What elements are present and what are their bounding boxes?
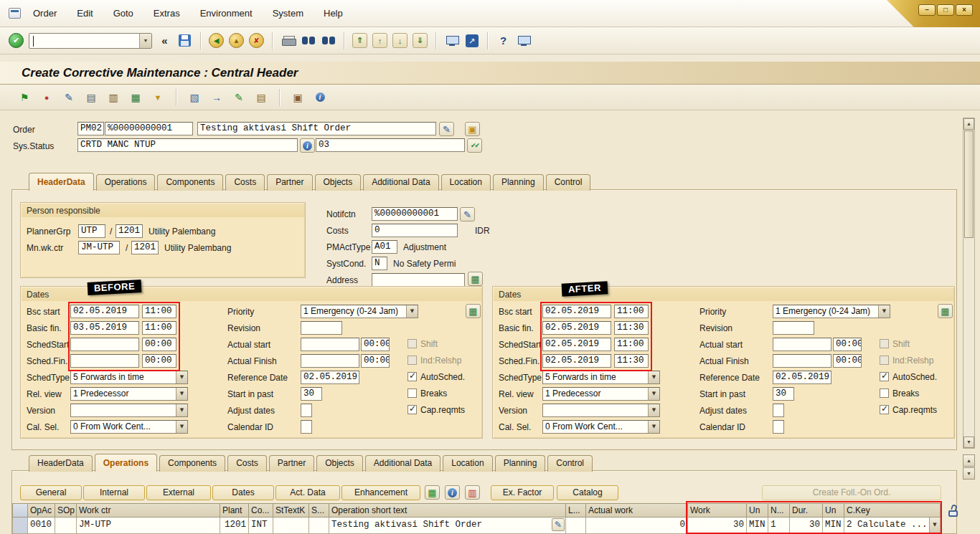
tab-partner[interactable]: Partner bbox=[269, 455, 314, 472]
first-page-icon[interactable]: ⇑ bbox=[352, 33, 367, 48]
col-co[interactable]: Co... bbox=[249, 503, 273, 518]
sys-status-field[interactable]: CRTD MANC NTUP bbox=[77, 138, 298, 152]
revision-field[interactable] bbox=[773, 321, 814, 335]
previous-page-icon[interactable]: ↑ bbox=[372, 33, 387, 48]
object-list-icon[interactable]: ▣ bbox=[465, 122, 480, 136]
notifctn-field[interactable]: %00000000001 bbox=[372, 207, 458, 221]
operation-info-icon[interactable]: i bbox=[445, 485, 460, 500]
address-field[interactable] bbox=[372, 273, 465, 287]
col-sttextk[interactable]: StTextK bbox=[273, 503, 309, 518]
tab-components[interactable]: Components bbox=[159, 455, 225, 472]
tab-components[interactable]: Components bbox=[157, 174, 223, 191]
actual-start-date-field[interactable] bbox=[301, 338, 359, 351]
status-info-icon[interactable]: i bbox=[300, 138, 315, 153]
cap-reqmts-checkbox[interactable] bbox=[880, 405, 889, 414]
tab-control[interactable]: Control bbox=[547, 455, 593, 472]
autosched-checkbox[interactable] bbox=[407, 372, 417, 381]
external-button[interactable]: External bbox=[146, 485, 211, 500]
revision-field[interactable] bbox=[301, 321, 342, 335]
priority-combo[interactable]: 1 Emergency (0-24 Jam) bbox=[773, 305, 890, 318]
col-l[interactable]: L... bbox=[566, 503, 586, 518]
tab-objects[interactable]: Objects bbox=[315, 174, 362, 191]
long-text-icon[interactable]: ✎ bbox=[439, 122, 454, 136]
cell-plant[interactable]: 1201 bbox=[220, 518, 249, 534]
actual-start-time-field[interactable]: 00:00 bbox=[361, 338, 390, 351]
col-work[interactable]: Work bbox=[688, 503, 747, 518]
edit-icon[interactable]: ✎ bbox=[62, 90, 76, 105]
act-data-button[interactable]: Act. Data bbox=[275, 485, 340, 500]
command-dropdown-icon[interactable]: ▼ bbox=[139, 34, 151, 48]
col-plant[interactable]: Plant bbox=[220, 503, 249, 518]
wkctr-field[interactable]: JM-UTP bbox=[78, 241, 120, 254]
basic-fin-time-field[interactable]: 11:00 bbox=[142, 321, 176, 335]
ex-factor-button[interactable]: Ex. Factor bbox=[491, 485, 554, 500]
scheduling-log-icon[interactable]: ▦ bbox=[466, 304, 481, 318]
col-actual-work[interactable]: Actual work bbox=[586, 503, 688, 518]
menu-help[interactable]: Help bbox=[324, 8, 343, 19]
start-in-past-field[interactable]: 30 bbox=[301, 387, 322, 401]
col-ckey[interactable]: C.Key bbox=[844, 503, 941, 518]
rel-view-combo[interactable]: 1 Predecessor bbox=[542, 387, 660, 401]
bsc-start-time-field[interactable]: 11:00 bbox=[142, 305, 176, 318]
sched-start-date-field[interactable] bbox=[70, 338, 139, 351]
order-short-text-field[interactable]: Testing aktivasi Shift Order bbox=[197, 122, 436, 135]
window-close-button[interactable]: × bbox=[956, 4, 973, 16]
actual-start-time-field[interactable]: 00:00 bbox=[833, 338, 862, 351]
reference-date-field[interactable]: 02.05.2019 bbox=[301, 371, 359, 384]
help-icon[interactable]: ? bbox=[496, 33, 511, 48]
sched-fin-date-field[interactable]: 02.05.2019 bbox=[542, 354, 611, 368]
choose-detail-icon[interactable]: ▦ bbox=[425, 485, 440, 500]
col-s[interactable]: S... bbox=[309, 503, 329, 518]
reference-date-field[interactable]: 02.05.2019 bbox=[773, 371, 831, 384]
basic-fin-date-field[interactable]: 03.05.2019 bbox=[70, 321, 139, 335]
col-n[interactable]: N... bbox=[768, 503, 790, 518]
breaks-checkbox[interactable] bbox=[880, 388, 889, 398]
sched-type-combo[interactable]: 5 Forwards in time bbox=[70, 371, 188, 384]
exit-icon[interactable]: ▲ bbox=[229, 33, 244, 48]
user-status-field[interactable]: 03 bbox=[316, 138, 465, 152]
cal-sel-combo[interactable]: 0 From Work Cent... bbox=[542, 420, 660, 434]
window-minimize-button[interactable]: – bbox=[918, 4, 936, 16]
basic-fin-date-field[interactable]: 02.05.2019 bbox=[542, 321, 611, 335]
tab-partner[interactable]: Partner bbox=[267, 174, 312, 191]
calendar-id-field[interactable] bbox=[773, 420, 784, 434]
cell-un2[interactable]: MIN bbox=[823, 518, 844, 534]
menu-edit[interactable]: Edit bbox=[77, 8, 93, 19]
tab-objects[interactable]: Objects bbox=[316, 455, 363, 472]
version-combo[interactable] bbox=[70, 404, 188, 417]
bsc-start-time-field[interactable]: 11:00 bbox=[614, 305, 649, 318]
plannergrp-field[interactable]: UTP bbox=[78, 224, 105, 238]
sched-fin-date-field[interactable] bbox=[70, 354, 139, 368]
catalog-button[interactable]: Catalog bbox=[557, 485, 618, 500]
address-detail-icon[interactable]: ▦ bbox=[468, 272, 483, 286]
internal-button[interactable]: Internal bbox=[83, 485, 145, 500]
sched-fin-time-field[interactable]: 00:00 bbox=[142, 354, 176, 368]
order-type-field[interactable]: PM02 bbox=[77, 122, 104, 135]
print-icon[interactable] bbox=[281, 33, 296, 48]
menu-goto[interactable]: Goto bbox=[113, 8, 133, 19]
last-page-icon[interactable]: ⇓ bbox=[413, 33, 428, 48]
create-shortcut-icon[interactable]: ↗ bbox=[464, 33, 479, 48]
cell-l[interactable] bbox=[566, 518, 586, 534]
basic-fin-time-field[interactable]: 11:30 bbox=[614, 321, 649, 335]
tab-planning[interactable]: Planning bbox=[493, 174, 544, 191]
tab-operations[interactable]: Operations bbox=[96, 174, 156, 191]
back-icon[interactable]: ◀ bbox=[209, 33, 224, 48]
cap-reqmts-checkbox[interactable] bbox=[407, 405, 417, 414]
cell-work-ctr[interactable]: JM-UTP bbox=[77, 518, 220, 534]
cell-co[interactable]: INT bbox=[249, 518, 273, 534]
cell-un1[interactable]: MIN bbox=[747, 518, 768, 534]
save-icon[interactable] bbox=[177, 33, 192, 48]
status-detail-icon[interactable]: ✔✔ bbox=[467, 138, 482, 153]
cell-opac[interactable]: 0010 bbox=[28, 518, 55, 534]
worklist-icon[interactable]: ▧ bbox=[187, 90, 202, 105]
adjust-dates-field[interactable] bbox=[301, 404, 312, 417]
cell-actual-work[interactable]: 0 bbox=[586, 518, 688, 534]
services-info-icon[interactable]: i bbox=[313, 90, 327, 105]
find-icon[interactable] bbox=[301, 33, 316, 48]
next-page-icon[interactable]: ↓ bbox=[392, 33, 407, 48]
planning-board-icon[interactable]: ▦ bbox=[128, 90, 143, 105]
cell-n[interactable]: 1 bbox=[768, 518, 790, 534]
menu-order[interactable]: Order bbox=[33, 8, 57, 19]
tab-costs[interactable]: Costs bbox=[225, 174, 265, 191]
